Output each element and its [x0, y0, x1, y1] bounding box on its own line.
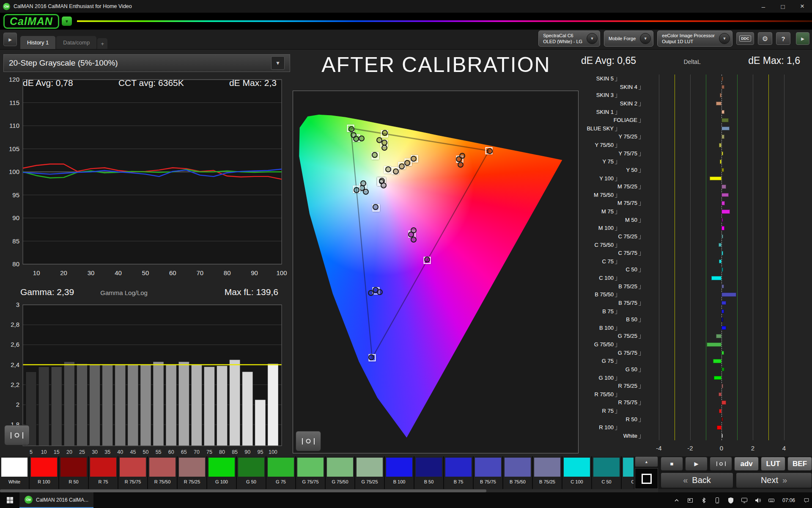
de-row-label: G 75	[602, 358, 617, 364]
keyboard-icon[interactable]	[768, 497, 775, 504]
svg-text:95: 95	[257, 449, 263, 455]
scrollbar-thumb[interactable]	[0, 489, 486, 492]
processor-label: eeColor Image Processor Output 1D LUT	[662, 33, 715, 45]
color-swatch-b-50[interactable]: B 50	[414, 456, 444, 489]
display-icon[interactable]	[741, 497, 748, 504]
tab-data-comp[interactable]: Data/comp	[56, 36, 96, 49]
shield-icon[interactable]	[727, 497, 734, 504]
phone-icon[interactable]	[713, 497, 721, 504]
color-swatch-r-75-75[interactable]: R 75/75	[118, 456, 148, 489]
navigation-row: « Back Next »	[661, 472, 812, 488]
meter-dropdown[interactable]: SpectraCal C6 OLED (White) - LG ▼	[538, 30, 600, 47]
horizontal-scrollbar[interactable]	[0, 489, 658, 492]
cie-measurement-dot	[368, 354, 374, 360]
de-bar	[721, 251, 723, 255]
chevron-down-icon[interactable]: ▼	[719, 33, 730, 44]
collapse-panel-button[interactable]: ▶	[796, 32, 809, 45]
chevron-down-icon[interactable]: ▼	[587, 33, 598, 44]
taskbar-app-calman[interactable]: CM CalMAN 2016 CalMA...	[19, 492, 93, 508]
color-swatch-b-100[interactable]: B 100	[385, 456, 414, 489]
color-swatch-b-75[interactable]: B 75	[444, 456, 474, 489]
next-button[interactable]: Next »	[736, 472, 812, 488]
colorchecker-header: dE Avg: 0,65 DeltaL dE Max: 1,6	[581, 55, 800, 66]
back-button[interactable]: « Back	[661, 472, 733, 488]
de-row-label: R 75/25	[618, 383, 641, 389]
lut-button[interactable]: LUT	[761, 457, 785, 471]
de-bar	[721, 434, 723, 438]
chart-layout-dropdown[interactable]: 20-Step Grayscale (5%-100%) ▼	[3, 54, 290, 72]
help-button[interactable]: ?	[776, 32, 790, 45]
color-swatch-r-75[interactable]: R 75	[89, 456, 118, 489]
de-max-stat: dE Max: 2,3	[229, 78, 277, 88]
swatch-scroll-up-button[interactable]: ▲	[635, 456, 658, 467]
cie-popout-button[interactable]	[296, 431, 321, 451]
color-swatch-g-100[interactable]: G 100	[207, 456, 237, 489]
swatch-label: C 75	[622, 477, 634, 484]
svg-text:110: 110	[9, 122, 19, 129]
stop-button[interactable]: ■	[661, 457, 683, 471]
de-row-label: G 75/75	[618, 350, 641, 356]
de-bar	[719, 143, 721, 147]
close-button[interactable]: ×	[793, 0, 812, 13]
swatch-label: G 75/25	[355, 477, 384, 484]
color-swatch-g-75-50[interactable]: G 75/50	[326, 456, 355, 489]
workflow-expander-button[interactable]: ▶	[3, 33, 17, 46]
settings-gear-button[interactable]: ⚙	[758, 32, 772, 45]
gamma-bar	[51, 367, 62, 446]
color-swatch-c-75[interactable]: C 75	[622, 456, 634, 489]
swatch-label: G 75/75	[296, 477, 325, 484]
de-row: SKIN 1	[581, 108, 800, 116]
color-swatch-white[interactable]: White	[0, 456, 30, 489]
logo-menu-button[interactable]: ▼	[62, 17, 72, 26]
adv-button[interactable]: adv	[734, 457, 759, 471]
vm-icon[interactable]	[686, 497, 694, 504]
maximize-button[interactable]: □	[773, 0, 793, 13]
color-swatch-b-75-25[interactable]: B 75/25	[533, 456, 562, 489]
swatch-label: B 75/75	[474, 477, 502, 484]
notification-center-icon[interactable]	[804, 497, 809, 504]
de-row-label: M 75/25	[617, 183, 641, 190]
de-row-label: SKIN 4	[620, 84, 641, 90]
color-swatch-r-50[interactable]: R 50	[59, 456, 89, 489]
color-swatch-g-75-25[interactable]: G 75/25	[355, 456, 385, 489]
color-swatch-c-50[interactable]: C 50	[592, 456, 622, 489]
de-row: M 75	[581, 207, 800, 216]
color-swatch-g-50[interactable]: G 50	[237, 456, 266, 489]
color-swatch-b-75-50[interactable]: B 75/50	[503, 456, 533, 489]
de-bar	[721, 152, 723, 156]
tray-expand-chevron-icon[interactable]	[673, 497, 680, 504]
color-swatch-g-75-75[interactable]: G 75/75	[296, 456, 326, 489]
de-bar	[710, 177, 721, 181]
bef-button[interactable]: BEF	[787, 457, 812, 471]
continuous-measure-button[interactable]	[710, 457, 732, 471]
processor-dropdown[interactable]: eeColor Image Processor Output 1D LUT ▼	[657, 30, 732, 47]
color-swatch-r-100[interactable]: R 100	[30, 456, 59, 489]
de-bar	[721, 110, 724, 114]
swatch-color-block	[60, 458, 87, 477]
cie-measurement-dot	[368, 290, 374, 296]
swatch-label: G 75	[266, 477, 295, 484]
start-button[interactable]	[0, 492, 19, 508]
color-swatch-r-75-50[interactable]: R 75/50	[148, 456, 178, 489]
add-tab-button[interactable]: +	[97, 38, 107, 49]
pattern-window-button[interactable]	[635, 468, 658, 489]
pattern-source-dropdown[interactable]: Mobile Forge ▼	[604, 30, 653, 47]
color-swatch-c-100[interactable]: C 100	[562, 456, 592, 489]
speaker-icon[interactable]	[754, 497, 761, 504]
de-row: G 75/75	[581, 349, 800, 357]
chevron-down-icon[interactable]: ▼	[271, 56, 285, 70]
cie-measurement-dot	[360, 180, 366, 186]
measure-button[interactable]: ▶	[685, 457, 708, 471]
bluetooth-icon[interactable]	[700, 497, 707, 504]
color-swatch-r-75-25[interactable]: R 75/25	[178, 456, 207, 489]
taskbar-clock[interactable]: 07:06	[781, 497, 796, 503]
de-bar	[721, 118, 729, 122]
gamma-popout-button[interactable]	[4, 425, 30, 445]
de-bar	[721, 168, 724, 172]
color-swatch-g-75[interactable]: G 75	[266, 456, 296, 489]
color-swatch-b-75-75[interactable]: B 75/75	[474, 456, 503, 489]
chevron-down-icon[interactable]: ▼	[640, 33, 651, 44]
tab-history-1[interactable]: History 1	[20, 36, 55, 49]
ddc-button[interactable]: DDC	[736, 32, 754, 45]
minimize-button[interactable]: –	[754, 0, 773, 13]
